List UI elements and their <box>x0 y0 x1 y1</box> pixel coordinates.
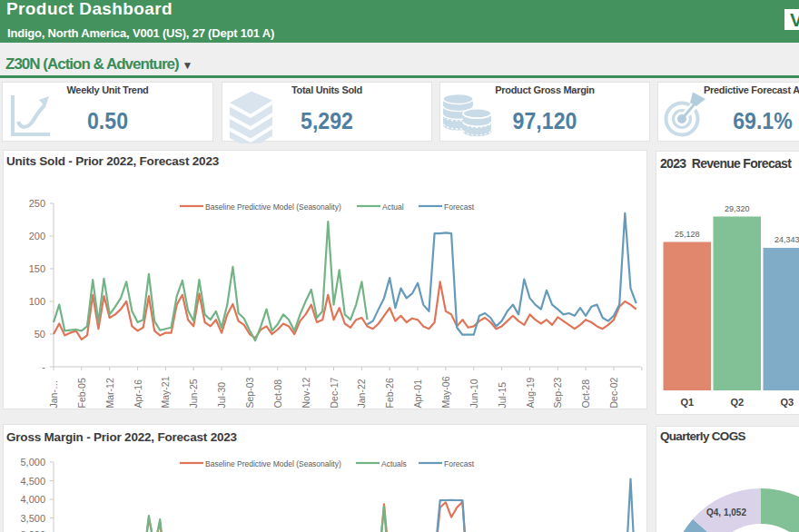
svg-text:3,500: 3,500 <box>20 513 45 524</box>
svg-text:24,343: 24,343 <box>774 235 799 244</box>
svg-text:Q2: Q2 <box>730 397 744 408</box>
svg-text:Sep-23: Sep-23 <box>552 377 563 408</box>
svg-text:25,128: 25,128 <box>675 230 700 239</box>
svg-text:29,320: 29,320 <box>725 204 750 213</box>
svg-text:Sep-03: Sep-03 <box>244 377 255 408</box>
svg-text:Jul-30: Jul-30 <box>216 382 227 409</box>
svg-text:Feb-05: Feb-05 <box>76 378 87 408</box>
svg-text:Actuals: Actuals <box>381 459 407 468</box>
svg-text:Dec-02: Dec-02 <box>608 377 619 408</box>
svg-text:50: 50 <box>35 329 45 340</box>
svg-text:200: 200 <box>29 231 45 241</box>
svg-text:Actual: Actual <box>382 202 404 212</box>
svg-text:Feb-26: Feb-26 <box>384 378 395 408</box>
svg-text:Q3: Q3 <box>780 397 794 408</box>
svg-text:Baseline Predictive Model (Sea: Baseline Predictive Model (Seasonality) <box>205 459 341 468</box>
svg-text:Jun-25: Jun-25 <box>188 379 199 408</box>
svg-text:150: 150 <box>29 263 45 274</box>
svg-text:Forecast: Forecast <box>444 202 475 212</box>
svg-text:Oct-08: Oct-08 <box>272 379 283 409</box>
svg-text:Aug-19: Aug-19 <box>525 377 536 408</box>
svg-text:Jan-22: Jan-22 <box>356 379 367 408</box>
svg-text:May-06: May-06 <box>440 376 451 408</box>
svg-text:Oct-28: Oct-28 <box>580 379 591 409</box>
svg-text:Forecast: Forecast <box>444 459 475 468</box>
svg-text:Jan-…: Jan-… <box>48 380 59 409</box>
svg-text:Mar-12: Mar-12 <box>104 378 115 408</box>
svg-text:250: 250 <box>29 198 45 209</box>
svg-text:5,000: 5,000 <box>20 457 45 468</box>
svg-text:100: 100 <box>29 296 45 307</box>
svg-text:Nov-12: Nov-12 <box>301 377 311 408</box>
svg-text:Q4, 1,052: Q4, 1,052 <box>706 507 746 517</box>
svg-text:Apr-16: Apr-16 <box>133 379 143 409</box>
svg-text:Jun-10: Jun-10 <box>469 379 479 408</box>
svg-text:-: - <box>42 361 45 372</box>
svg-text:Baseline Predictive Model (Sea: Baseline Predictive Model (Seasonality) <box>205 202 341 212</box>
svg-text:4,500: 4,500 <box>20 476 45 487</box>
svg-text:Dec-17: Dec-17 <box>329 377 340 408</box>
svg-text:Jul-15: Jul-15 <box>497 382 508 409</box>
svg-text:4,000: 4,000 <box>20 494 45 505</box>
svg-text:Q1: Q1 <box>680 397 694 408</box>
svg-text:May-21: May-21 <box>160 376 171 408</box>
svg-text:Apr-01: Apr-01 <box>412 379 423 409</box>
